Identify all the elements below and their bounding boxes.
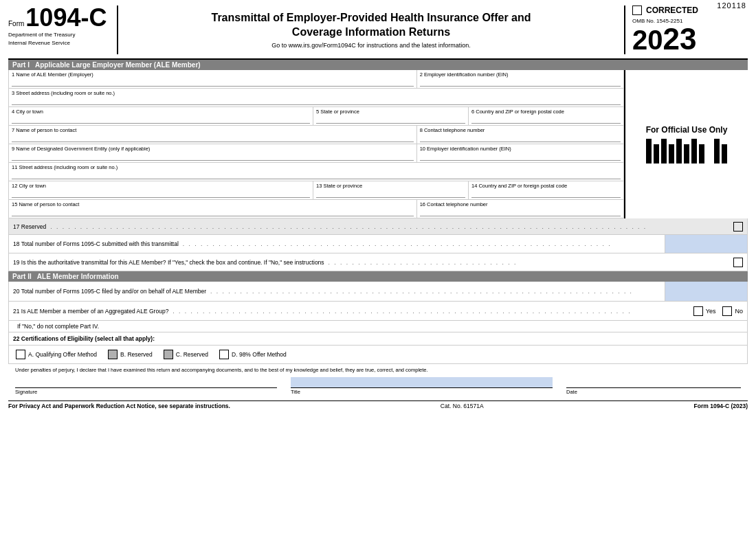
row-20-input[interactable] <box>665 282 747 301</box>
title-line[interactable] <box>291 377 553 388</box>
field-9-label: 9 Name of Designated Government Entity (… <box>12 146 414 152</box>
row-1-2: 1 Name of ALE Member (Employer) 2 Employ… <box>9 70 623 89</box>
row-19-dots: . . . . . . . . . . . . . . . . . . . . … <box>329 259 729 266</box>
field-9-input[interactable] <box>12 152 414 161</box>
signature-line-row: Signature Title Date <box>15 377 741 395</box>
field-10-input[interactable] <box>420 152 621 161</box>
form-title-line2: Coverage Information Returns <box>125 25 617 40</box>
cert-c: C. Reserved <box>164 350 208 359</box>
row-18-label: 18 Total number of Forms 1095-C submitte… <box>9 238 183 250</box>
cat-number: Cat. No. 61571A <box>441 403 484 409</box>
row-18-input[interactable] <box>665 235 747 253</box>
field-5-label: 5 State or province <box>316 109 465 115</box>
part1-label: Part I <box>12 61 30 69</box>
field-1-label: 1 Name of ALE Member (Employer) <box>12 71 414 78</box>
field-7-label: 7 Name of person to contact <box>12 127 414 133</box>
bar-1 <box>646 139 652 163</box>
date-field-wrap: Date <box>566 377 741 395</box>
no-label: No <box>735 308 743 315</box>
field-5-input[interactable] <box>316 115 465 124</box>
form-header: Form 1094-C Department of the Treasury I… <box>8 5 748 60</box>
field-13-input[interactable] <box>316 189 465 198</box>
part1-content: 1 Name of ALE Member (Employer) 2 Employ… <box>8 70 748 218</box>
bar-4 <box>669 144 674 163</box>
row-21-no-checkbox[interactable] <box>722 306 732 316</box>
field-15-input[interactable] <box>12 207 414 216</box>
official-use-title: For Official Use Only <box>646 125 728 135</box>
row-21-yes-checkbox[interactable] <box>693 306 703 316</box>
cert-c-checkbox[interactable] <box>164 350 173 359</box>
certifications-row: A. Qualifying Offer Method B. Reserved C… <box>8 346 748 364</box>
row-21: 21 Is ALE Member a member of an Aggregat… <box>8 302 748 321</box>
part1-header: Part I Applicable Large Employer Member … <box>8 60 748 70</box>
part2-label: Part II <box>12 273 32 280</box>
cert-c-label: C. Reserved <box>176 351 208 358</box>
row-21-label: 21 Is ALE Member a member of an Aggregat… <box>9 305 173 317</box>
signature-field-wrap: Signature <box>15 377 277 395</box>
field-16-input[interactable] <box>420 207 621 216</box>
field-13: 13 State or province <box>313 181 469 199</box>
yes-no-area: Yes No <box>689 306 747 316</box>
field-10: 10 Employer identification number (EIN) <box>417 144 623 162</box>
bar-8 <box>699 144 704 163</box>
form-prefix: Form <box>8 20 24 27</box>
field-1-input[interactable] <box>12 78 414 87</box>
row-17: 17 Reserved . . . . . . . . . . . . . . … <box>8 218 748 235</box>
field-7-input[interactable] <box>12 133 414 142</box>
row-19-checkbox[interactable] <box>733 258 743 267</box>
cert-a-checkbox[interactable] <box>16 350 25 359</box>
field-11-input[interactable] <box>12 170 621 179</box>
row-3: 3 Street address (including room or suit… <box>9 89 623 107</box>
dept-treasury: Department of the Treasury <box>8 32 110 38</box>
row-17-label: 17 Reserved <box>9 221 50 233</box>
perjury-text: Under penalties of perjury, I declare th… <box>15 367 741 373</box>
row-21-ifno: If "No," do not complete Part IV. <box>8 321 748 332</box>
field-8-input[interactable] <box>420 133 621 142</box>
signature-line[interactable] <box>15 377 277 388</box>
row-18: 18 Total number of Forms 1095-C submitte… <box>8 235 748 253</box>
field-3-label: 3 Street address (including room or suit… <box>12 90 621 96</box>
form-number: 1094-C <box>25 5 107 30</box>
row-11: 11 Street address (including room or sui… <box>9 163 623 181</box>
row-9-10: 9 Name of Designated Government Entity (… <box>9 144 623 163</box>
signature-section: Under penalties of perjury, I declare th… <box>8 364 748 398</box>
field-6: 6 Country and ZIP or foreign postal code <box>469 107 623 125</box>
bar-7 <box>691 139 697 163</box>
field-2-input[interactable] <box>420 78 621 87</box>
tax-year: 2023 <box>632 24 748 54</box>
cert-a-label: A. Qualifying Offer Method <box>28 351 97 358</box>
official-use-section: For Official Use Only <box>624 70 748 218</box>
part1-title: Applicable Large Employer Member (ALE Me… <box>35 61 201 69</box>
field-12: 12 City or town <box>9 181 313 199</box>
row-20: 20 Total number of Forms 1095-C filed by… <box>8 282 748 302</box>
bar-2 <box>654 144 659 163</box>
field-14-input[interactable] <box>471 189 621 198</box>
bar-3 <box>661 139 667 163</box>
barcode <box>646 139 727 163</box>
yes-label: Yes <box>706 308 716 315</box>
field-10-label: 10 Employer identification number (EIN) <box>420 146 621 152</box>
field-12-input[interactable] <box>12 189 310 198</box>
cert-b-checkbox[interactable] <box>108 350 118 359</box>
cert-b-label: B. Reserved <box>120 351 153 358</box>
field-3-input[interactable] <box>12 96 621 105</box>
date-line[interactable] <box>566 377 741 388</box>
field-2: 2 Employer identification number (EIN) <box>417 70 623 88</box>
corrected-label: CORRECTED <box>646 5 698 15</box>
field-4-input[interactable] <box>12 115 310 124</box>
row-17-dots: . . . . . . . . . . . . . . . . . . . . … <box>50 223 729 230</box>
field-7: 7 Name of person to contact <box>9 126 417 144</box>
doc-id: 120118 <box>717 1 746 10</box>
corrected-checkbox[interactable] <box>632 5 642 15</box>
field-16: 16 Contact telephone number <box>417 200 623 218</box>
field-6-input[interactable] <box>471 115 621 124</box>
row-18-dots: . . . . . . . . . . . . . . . . . . . . … <box>183 240 665 247</box>
part1-fields: 1 Name of ALE Member (Employer) 2 Employ… <box>8 70 624 218</box>
field-4: 4 City or town <box>9 107 313 125</box>
row-17-checkbox[interactable] <box>733 222 743 232</box>
privacy-notice: For Privacy Act and Paperwork Reduction … <box>8 403 230 409</box>
bar-9 <box>714 139 720 163</box>
row-20-dots: . . . . . . . . . . . . . . . . . . . . … <box>210 288 665 295</box>
cert-d-checkbox[interactable] <box>219 350 229 359</box>
field-3: 3 Street address (including room or suit… <box>9 89 623 106</box>
